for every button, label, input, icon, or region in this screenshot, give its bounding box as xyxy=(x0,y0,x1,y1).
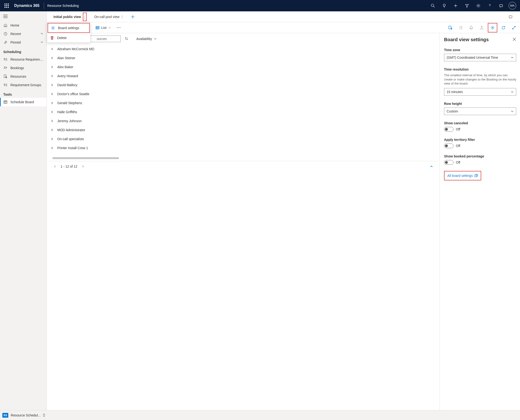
expand-chevron-icon[interactable] xyxy=(50,83,54,87)
resource-row[interactable]: MOD Administrator xyxy=(49,126,438,135)
expand-chevron-icon[interactable] xyxy=(50,56,54,60)
pager-next-button[interactable] xyxy=(80,163,86,170)
sort-icon[interactable] xyxy=(125,37,128,41)
expand-chevron-icon[interactable] xyxy=(50,101,54,105)
toolbar-more-icon[interactable] xyxy=(115,25,122,30)
header-divider xyxy=(44,2,44,9)
nav-schedule-board[interactable]: Schedule Board xyxy=(0,98,47,106)
chevron-down-icon xyxy=(40,32,43,36)
time-resolution-select[interactable]: 15 minutes xyxy=(444,88,516,96)
nav-label: Bookings xyxy=(10,66,24,70)
availability-label: Availability xyxy=(136,37,152,41)
resource-row[interactable]: Abraham McCormick MD xyxy=(49,45,438,53)
resource-row[interactable]: On-call specialists xyxy=(49,135,438,143)
left-nav: Home Recent Pinned Scheduling Resource R… xyxy=(0,11,47,410)
svg-rect-7 xyxy=(6,7,7,8)
svg-rect-5 xyxy=(8,5,9,6)
gear-icon[interactable] xyxy=(473,0,484,11)
help-icon[interactable] xyxy=(484,0,495,11)
bottom-bar: RS Resource Schedul... xyxy=(0,410,520,420)
app-area-label[interactable]: Resource Schedul... xyxy=(11,413,40,417)
area-switcher-icon[interactable] xyxy=(43,414,45,417)
resource-row[interactable]: Halle Griffiths xyxy=(49,107,438,116)
tab-more-icon[interactable] xyxy=(121,15,123,19)
show-canceled-toggle[interactable] xyxy=(444,127,453,132)
filter-icon[interactable] xyxy=(461,0,473,11)
resource-name: Printer Install Crew 1 xyxy=(57,146,88,150)
alerts-icon[interactable] xyxy=(467,23,475,32)
nav-bookings[interactable]: Bookings xyxy=(0,64,47,72)
assistant-icon[interactable] xyxy=(495,0,507,11)
resource-row[interactable]: David Mallory xyxy=(49,81,438,90)
resource-row[interactable]: Doctor's office Seattle xyxy=(49,90,438,98)
availability-button[interactable]: Availability xyxy=(136,37,157,41)
pager-prev-button[interactable] xyxy=(52,163,58,170)
timezone-select[interactable]: (GMT) Coordinated Universal Time xyxy=(444,54,516,61)
nav-resources[interactable]: Resources xyxy=(0,72,47,81)
horizontal-scrollbar[interactable] xyxy=(52,157,119,159)
nav-requirement-groups[interactable]: Requirement Groups xyxy=(0,81,47,89)
svg-rect-6 xyxy=(5,7,6,8)
menu-board-settings[interactable]: Board settings xyxy=(48,23,89,32)
filter-board-icon[interactable] xyxy=(446,23,455,32)
time-resolution-help: The smallest interval of time, by which … xyxy=(444,73,516,86)
product-title[interactable]: Dynamics 365 xyxy=(11,4,42,8)
nav-collapse-icon[interactable] xyxy=(0,12,47,21)
expand-chevron-icon[interactable] xyxy=(50,128,54,132)
expand-chevron-icon[interactable] xyxy=(50,65,54,69)
resource-list: ources Availability Abraham McCormick MD… xyxy=(47,33,439,410)
tab-on-call-pool-view[interactable]: On-call pool view xyxy=(94,12,123,21)
resource-row[interactable]: Printer Install Crew 1 xyxy=(49,143,438,152)
nav-group-scheduling: Scheduling xyxy=(0,47,47,55)
booked-pct-toggle[interactable] xyxy=(444,160,453,165)
view-list-button[interactable]: List xyxy=(93,24,113,31)
row-height-select[interactable]: Custom xyxy=(444,107,516,115)
tab-label: Initial public view xyxy=(53,15,81,19)
territory-filter-toggle[interactable] xyxy=(444,143,453,148)
nav-home[interactable]: Home xyxy=(0,21,47,30)
search-icon[interactable] xyxy=(427,0,438,11)
tab-more-icon[interactable] xyxy=(84,16,85,20)
app-launcher-icon[interactable] xyxy=(2,0,11,11)
expand-chevron-icon[interactable] xyxy=(50,110,54,114)
map-person-icon[interactable] xyxy=(477,23,486,32)
pager-collapse-icon[interactable] xyxy=(428,163,435,170)
assistant-panel-icon[interactable] xyxy=(505,11,516,22)
avatar[interactable]: MA xyxy=(509,2,516,9)
close-icon[interactable] xyxy=(513,38,516,42)
resource-row[interactable]: Jeremy Johnson xyxy=(49,116,438,126)
expand-chevron-icon[interactable] xyxy=(50,47,54,51)
tab-initial-public-view[interactable]: Initial public view xyxy=(53,10,87,24)
resource-row[interactable]: Avery Howard xyxy=(49,72,438,81)
main-content: Initial public view On-call pool view Bo… xyxy=(47,11,520,410)
all-board-settings-link[interactable]: All board settings xyxy=(445,171,481,180)
app-area-badge[interactable]: RS xyxy=(2,413,8,418)
nav-label: Recent xyxy=(10,32,21,36)
lightbulb-icon[interactable] xyxy=(438,0,450,11)
resource-row[interactable]: Alex Baker xyxy=(49,62,438,72)
nav-resource-requirements[interactable]: Resource Requireme... xyxy=(0,55,47,64)
expand-chevron-icon[interactable] xyxy=(50,119,54,123)
calendar-grid-icon xyxy=(3,100,7,104)
nav-recent[interactable]: Recent xyxy=(0,30,47,38)
resource-row[interactable]: Alan Steiner xyxy=(49,53,438,62)
list-details-icon[interactable] xyxy=(457,23,465,32)
menu-delete[interactable]: Delete xyxy=(47,33,90,42)
svg-point-17 xyxy=(4,84,5,85)
nav-label: Schedule Board xyxy=(10,100,34,104)
expand-chevron-icon[interactable] xyxy=(50,92,54,96)
svg-rect-1 xyxy=(6,4,7,5)
plus-icon[interactable] xyxy=(450,0,461,11)
expand-chevron-icon[interactable] xyxy=(50,146,54,150)
tab-label: On-call pool view xyxy=(94,15,119,19)
board-settings-gear-icon[interactable] xyxy=(488,23,497,32)
expand-chevron-icon[interactable] xyxy=(50,74,54,78)
nav-pinned[interactable]: Pinned xyxy=(0,38,47,47)
resource-name: Jeremy Johnson xyxy=(57,119,82,123)
resource-row[interactable]: Gerald Stephens xyxy=(49,98,438,107)
expand-icon[interactable] xyxy=(510,23,518,32)
resource-name: Doctor's office Seattle xyxy=(57,92,89,96)
refresh-icon[interactable] xyxy=(499,23,508,32)
add-tab-button[interactable] xyxy=(128,13,137,21)
expand-chevron-icon[interactable] xyxy=(50,137,54,141)
